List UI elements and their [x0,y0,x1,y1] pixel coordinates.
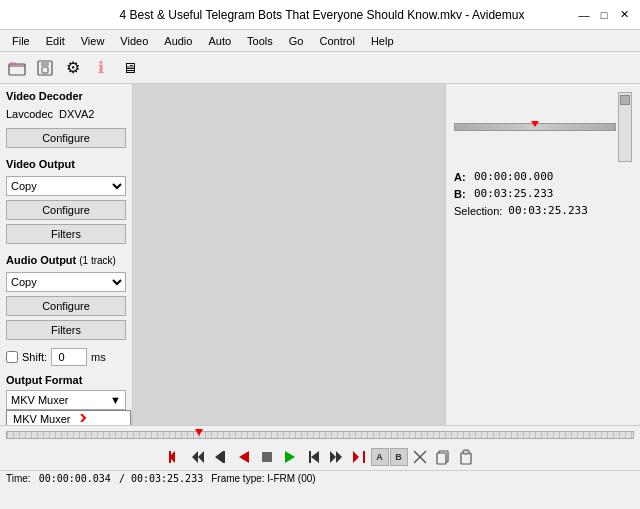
menu-go[interactable]: Go [281,33,312,49]
bottom-bar: A B Time: 00:00:00.034 / 00:03:25.233 Fr… [0,425,640,509]
playback-controls: A B [0,444,640,470]
video-output-select[interactable]: Copy [6,176,126,196]
window-title: 4 Best & Useful Telegram Bots That Every… [68,8,576,22]
option-mkv-muxer[interactable]: MKV Muxer [7,411,130,425]
timeline-track[interactable] [6,431,634,439]
shift-checkbox[interactable] [6,351,18,363]
dxva2-label: DXVA2 [59,108,94,120]
svg-rect-9 [223,451,225,463]
svg-rect-22 [437,453,446,464]
svg-marker-14 [311,451,319,463]
menu-bar: File Edit View Video Audio Auto Tools Go… [0,30,640,52]
status-bar: Time: 00:00:00.034 / 00:03:25.233 Frame … [0,470,640,486]
play-reverse-button[interactable] [233,446,255,468]
scroll-handle[interactable] [620,95,630,105]
time-current: Time: [6,473,31,484]
video-filters-button[interactable]: Filters [6,224,126,244]
time-total: / 00:03:25.233 [119,473,203,484]
close-button[interactable]: ✕ [616,7,632,23]
next-frame-button[interactable] [325,446,347,468]
stop-button[interactable] [256,446,278,468]
step-forward-button[interactable] [302,446,324,468]
svg-marker-15 [330,451,336,463]
lavcodec-label: Lavcodec [6,108,53,120]
svg-rect-5 [169,451,171,463]
output-format-container: MKV Muxer ▼ MKV Muxer AVI Muxer Dummy Mu… [6,390,126,410]
menu-view[interactable]: View [73,33,113,49]
svg-rect-24 [463,450,469,454]
svg-marker-18 [353,451,359,463]
configure-audio-button[interactable]: Configure [6,296,126,316]
output-format-value: MKV Muxer [11,394,68,406]
configure-video-button[interactable]: Configure [6,200,126,220]
b-label: B: [454,188,468,200]
copy-button[interactable] [432,446,454,468]
shift-input[interactable] [51,348,87,366]
toolbar-settings-button[interactable]: ⚙ [60,56,86,80]
shift-row: Shift: ms [6,348,126,366]
menu-video[interactable]: Video [112,33,156,49]
a-label: A: [454,171,468,183]
dropdown-arrow-icon: ▼ [110,394,121,406]
svg-rect-3 [42,67,48,73]
minimize-button[interactable]: — [576,7,592,23]
audio-filters-button[interactable]: Filters [6,320,126,340]
svg-marker-7 [198,451,204,463]
selection-timecode: 00:03:25.233 [508,204,587,217]
play-button[interactable] [279,446,301,468]
menu-file[interactable]: File [4,33,38,49]
svg-rect-2 [41,61,49,66]
prev-frame-button[interactable] [187,446,209,468]
toolbar-info-button[interactable]: ℹ [88,56,114,80]
audio-output-label: Audio Output [6,254,76,266]
selection-row: Selection: 00:03:25.233 [454,204,632,217]
svg-rect-17 [363,451,365,463]
b-timecode: 00:03:25.233 [474,187,553,200]
svg-marker-8 [215,451,223,463]
toolbar-save-button[interactable] [32,56,58,80]
toolbar-open-button[interactable] [4,56,30,80]
go-start-button[interactable] [164,446,186,468]
menu-auto[interactable]: Auto [200,33,239,49]
left-panel: Video Decoder Lavcodec DXVA2 Configure V… [0,84,133,425]
maximize-button[interactable]: □ [596,7,612,23]
window-controls: — □ ✕ [576,7,632,23]
menu-help[interactable]: Help [363,33,402,49]
toolbar: ⚙ ℹ 🖥 [0,52,640,84]
cut-button[interactable] [409,446,431,468]
output-format-dropdown[interactable]: MKV Muxer ▼ [6,390,126,410]
menu-control[interactable]: Control [311,33,362,49]
svg-rect-13 [309,451,311,463]
b-time-row: B: 00:03:25.233 [454,187,632,200]
svg-marker-12 [285,451,295,463]
menu-edit[interactable]: Edit [38,33,73,49]
shift-unit: ms [91,351,106,363]
svg-marker-10 [239,451,249,463]
go-end-button[interactable] [348,446,370,468]
configure-decoder-button[interactable]: Configure [6,128,126,148]
step-back-button[interactable] [210,446,232,468]
svg-rect-23 [461,453,471,464]
timeline-marker-icon [531,121,539,127]
selection-label: Selection: [454,205,502,217]
toolbar-display-button[interactable]: 🖥 [116,56,142,80]
menu-audio[interactable]: Audio [156,33,200,49]
audio-track-count: (1 track) [79,255,116,266]
frame-type: Frame type: I-FRM (00) [211,473,315,484]
set-b-button[interactable]: B [390,448,408,466]
timeline-row [0,426,640,444]
set-a-button[interactable]: A [371,448,389,466]
video-preview [133,84,445,425]
audio-output-select[interactable]: Copy [6,272,126,292]
output-format-options: MKV Muxer AVI Muxer Dummy Muxer FLV Muxe… [6,410,131,425]
a-timecode: 00:00:00.000 [474,170,553,183]
output-format-label: Output Format [6,374,126,386]
video-decoder-label: Video Decoder [6,90,126,102]
time-value: 00:00:00.034 [39,473,111,484]
codec-row: Lavcodec DXVA2 [6,108,126,120]
playhead-marker-icon [195,429,203,436]
video-output-label: Video Output [6,158,126,170]
paste-button[interactable] [455,446,477,468]
svg-rect-11 [262,452,272,462]
menu-tools[interactable]: Tools [239,33,281,49]
